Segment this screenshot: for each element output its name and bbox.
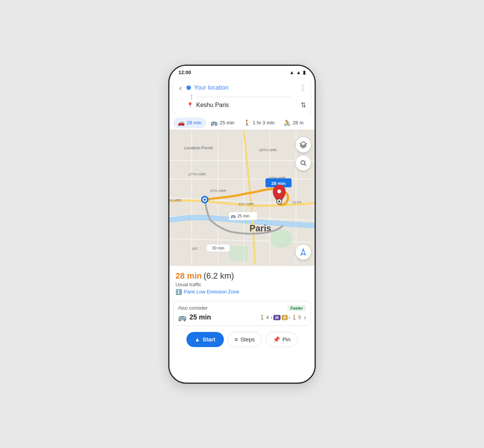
steps-icon: ≡ bbox=[235, 336, 238, 343]
my-location-button[interactable] bbox=[296, 245, 311, 260]
transit-option-icon: 🚌 bbox=[178, 313, 186, 322]
tab-car-label: 28 min bbox=[187, 120, 202, 126]
status-icons: ▲ ▲ ▮ bbox=[289, 70, 306, 75]
nav-dest-row: 📍 Keshu Paris ⇅ bbox=[178, 99, 306, 111]
walk-step-2: 🚶 bbox=[292, 315, 297, 320]
signal-icon: ▲ bbox=[296, 70, 301, 75]
svg-point-33 bbox=[278, 189, 281, 193]
tab-walk-label: 1 hr 3 min bbox=[253, 120, 275, 126]
navigation-icon: ▲ bbox=[195, 336, 200, 343]
tab-transit-label: 25 min bbox=[220, 120, 234, 126]
back-button[interactable]: ‹ bbox=[178, 83, 183, 93]
metro-9-badge: 9 bbox=[282, 315, 288, 320]
car-icon: 🚗 bbox=[178, 119, 185, 126]
vertical-dots bbox=[189, 95, 194, 99]
bottom-actions: ▲ Start ≡ Steps 📌 Pin bbox=[169, 328, 315, 352]
nav-separator bbox=[197, 97, 291, 97]
also-consider-card[interactable]: Also consider Faster 🚌 25 min 🚶 4 › M 9 … bbox=[173, 301, 311, 326]
tab-transit[interactable]: 🚌 25 min bbox=[206, 118, 239, 128]
map-layers-button[interactable] bbox=[296, 137, 311, 152]
route-distance: (6.2 km) bbox=[203, 271, 234, 281]
expand-transit-button[interactable]: › bbox=[304, 314, 306, 321]
status-bar: 12:00 ▲ ▲ ▮ bbox=[169, 66, 315, 77]
arrow-1: › bbox=[271, 315, 272, 320]
cycle-icon: 🚴 bbox=[284, 119, 291, 126]
nav-divider bbox=[178, 95, 306, 99]
nav-header: ‹ Your location ⋮ 📍 Keshu Paris ⇅ bbox=[173, 78, 311, 115]
route-info-panel: 28 min (6.2 km) Usual traffic ℹ️ Paris L… bbox=[169, 266, 315, 298]
wifi-icon: ▲ bbox=[289, 70, 294, 75]
transit-steps: 🚶 4 › M 9 › 🚶 5 bbox=[259, 315, 301, 320]
start-label: Start bbox=[202, 336, 215, 343]
tab-car[interactable]: 🚗 28 min bbox=[173, 118, 206, 128]
nav-origin-row: ‹ Your location ⋮ bbox=[178, 81, 306, 95]
walk-icon: 🚶 bbox=[244, 119, 251, 126]
transit-option-row: 🚌 25 min 🚶 4 › M 9 › 🚶 5 › bbox=[178, 313, 306, 322]
also-consider-label: Also consider bbox=[178, 305, 208, 311]
phone-frame: 12:00 ▲ ▲ ▮ ‹ Your location ⋮ 📍 Keshu Pa… bbox=[168, 65, 316, 384]
walk-step-1: 🚶 bbox=[259, 315, 265, 320]
destination-label: Keshu Paris bbox=[196, 102, 298, 109]
route-traffic: Usual traffic bbox=[175, 282, 309, 287]
svg-rect-0 bbox=[169, 130, 315, 264]
info-icon: ℹ️ bbox=[175, 289, 182, 295]
svg-rect-12 bbox=[229, 246, 248, 261]
transit-tab-icon: 🚌 bbox=[211, 119, 218, 126]
svg-text:Levallois-Perret: Levallois-Perret bbox=[184, 146, 213, 150]
route-time: 28 min bbox=[175, 271, 202, 281]
also-consider-header: Also consider Faster bbox=[178, 305, 306, 311]
svg-point-35 bbox=[278, 200, 281, 202]
svg-text:18TH ARR.: 18TH ARR. bbox=[259, 147, 278, 152]
steps-label: Steps bbox=[240, 336, 254, 343]
origin-dot bbox=[186, 85, 191, 90]
swap-button[interactable]: ⇅ bbox=[301, 101, 306, 109]
steps-button[interactable]: ≡ Steps bbox=[228, 332, 262, 347]
svg-text:17TH ARR.: 17TH ARR. bbox=[188, 172, 207, 176]
svg-point-11 bbox=[270, 229, 292, 248]
v-dot-2 bbox=[191, 96, 192, 98]
battery-icon: ▮ bbox=[303, 70, 306, 75]
pin-button[interactable]: 📌 Pin bbox=[266, 332, 298, 347]
more-options-button[interactable]: ⋮ bbox=[299, 84, 306, 92]
emission-row: ℹ️ Paris Low Emission Zone bbox=[175, 289, 309, 295]
svg-text:15T: 15T bbox=[192, 246, 198, 250]
tab-cycle[interactable]: 🚴 28 m bbox=[279, 118, 308, 128]
map-container[interactable]: Levallois-Perret 17TH ARR. 18TH ARR. 10T… bbox=[169, 130, 315, 266]
pin-label: Pin bbox=[282, 336, 291, 343]
map-search-button[interactable] bbox=[296, 155, 311, 171]
svg-text:8TH ARR.: 8TH ARR. bbox=[210, 189, 227, 193]
tab-walk[interactable]: 🚶 1 hr 3 min bbox=[239, 118, 279, 128]
v-dot-1 bbox=[191, 95, 192, 96]
status-time: 12:00 bbox=[178, 70, 191, 75]
svg-line-38 bbox=[304, 164, 306, 166]
svg-text:11TH: 11TH bbox=[292, 200, 301, 204]
transit-option-time: 25 min bbox=[189, 313, 256, 321]
walk-count-2: 5 bbox=[298, 315, 301, 320]
faster-badge: Faster bbox=[287, 305, 306, 311]
pin-icon: 📌 bbox=[273, 336, 280, 343]
svg-text:🚌 25 min: 🚌 25 min bbox=[231, 213, 250, 219]
metro-m-badge: M bbox=[273, 315, 281, 320]
dest-pin-icon: 📍 bbox=[187, 102, 193, 108]
arrow-2: › bbox=[289, 315, 290, 320]
svg-text:1ST ARR.: 1ST ARR. bbox=[238, 202, 255, 206]
svg-point-31 bbox=[204, 198, 206, 200]
start-button[interactable]: ▲ Start bbox=[186, 332, 224, 347]
svg-marker-39 bbox=[301, 249, 306, 255]
route-summary: 28 min (6.2 km) bbox=[175, 271, 309, 281]
emission-label: Paris Low Emission Zone bbox=[184, 289, 239, 295]
transport-tabs: 🚗 28 min 🚌 25 min 🚶 1 hr 3 min 🚴 28 m bbox=[169, 115, 315, 130]
svg-point-37 bbox=[301, 161, 305, 165]
svg-text:TH ARR.: TH ARR. bbox=[169, 198, 182, 202]
svg-text:30 min: 30 min bbox=[212, 245, 225, 250]
v-dot-3 bbox=[191, 98, 192, 99]
origin-label: Your location bbox=[194, 84, 296, 91]
tab-cycle-label: 28 m bbox=[293, 120, 304, 126]
walk-count-1: 4 bbox=[266, 315, 269, 320]
